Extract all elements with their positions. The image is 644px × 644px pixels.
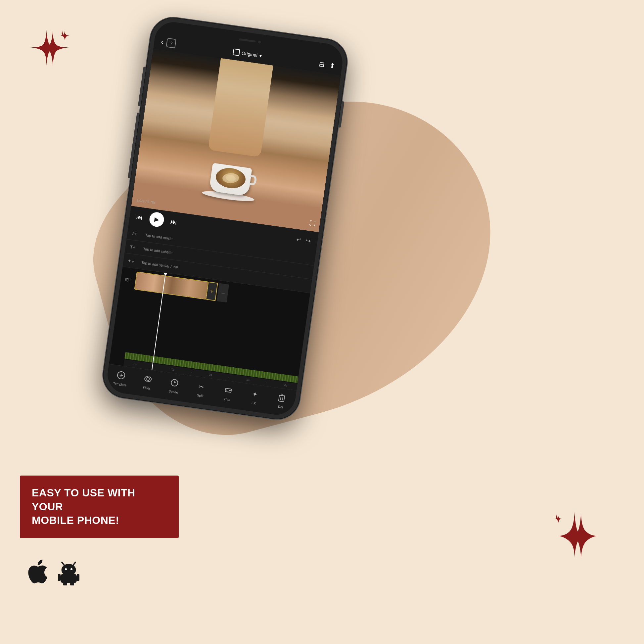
back-button[interactable]: ‹ — [161, 37, 164, 46]
ruler-3s: 3s — [246, 378, 250, 382]
toolbar-trim[interactable]: Trim — [213, 383, 242, 403]
trim-icon — [221, 384, 235, 397]
svg-line-6 — [229, 391, 231, 391]
delete-icon — [275, 391, 289, 405]
ruler-tick1: · — [153, 365, 155, 368]
sticker-track-icon: ✦+ — [123, 257, 138, 264]
help-button[interactable]: ? — [166, 38, 177, 48]
template-icon — [115, 369, 128, 382]
sparkle-bottom-right-icon — [548, 508, 601, 561]
platform-icons — [26, 560, 79, 588]
skip-back-button[interactable]: ⏮ — [136, 213, 144, 221]
ruler-tick3: · — [229, 376, 230, 379]
android-icon — [58, 561, 79, 587]
ruler-1s: 1s — [171, 368, 175, 371]
help-icon: ? — [169, 40, 173, 46]
apple-icon — [26, 560, 48, 588]
toolbar-delete[interactable]: Del — [267, 390, 296, 411]
sparkle-top-left-icon — [26, 26, 73, 73]
video-preview: ⛶ 1.01s / 5.78s — [131, 49, 341, 232]
export-icon[interactable]: ⬆ — [329, 62, 336, 70]
add-clip-button[interactable]: + — [206, 282, 218, 301]
coffee-scene — [131, 49, 341, 232]
toolbar-template[interactable]: Template — [106, 367, 135, 388]
svg-line-14 — [73, 562, 75, 566]
template-label: Template — [113, 382, 127, 387]
svg-rect-21 — [70, 582, 74, 585]
svg-rect-20 — [63, 582, 67, 585]
top-bar-left: ‹ ? — [161, 37, 177, 48]
toolbar-filter[interactable]: Filter — [133, 371, 162, 392]
music-track-icon: ♪+ — [127, 230, 142, 237]
toolbar-speed[interactable]: Speed — [160, 375, 189, 395]
subtitle-track-icon: T+ — [125, 244, 140, 251]
svg-line-13 — [62, 562, 65, 566]
trim-label: Trim — [223, 397, 230, 402]
ruler-tick4: · — [266, 381, 267, 384]
speed-icon — [168, 376, 181, 390]
split-label: Split — [197, 393, 204, 398]
skip-forward-button[interactable]: ⏭ — [170, 218, 178, 226]
ruler-4s: 4s — [284, 384, 288, 387]
svg-rect-17 — [61, 574, 77, 583]
aspect-ratio-label: Original — [241, 50, 258, 58]
banner-line2: MOBILE PHONE! — [32, 514, 167, 528]
svg-line-5 — [225, 390, 227, 390]
aspect-ratio-icon — [233, 49, 240, 56]
aspect-ratio-selector[interactable]: Original ▾ — [233, 49, 262, 59]
svg-point-16 — [70, 568, 72, 570]
top-bar-right: ⊟ ⬆ — [318, 60, 336, 70]
undo-redo-controls: ↩ ↪ — [296, 236, 311, 245]
promotional-banner: EASY TO USE WITH YOUR MOBILE PHONE! — [20, 476, 179, 538]
banner-line1: EASY TO USE WITH YOUR — [32, 486, 167, 514]
svg-line-11 — [282, 397, 283, 400]
undo-button[interactable]: ↩ — [296, 236, 302, 244]
svg-rect-7 — [279, 395, 285, 402]
add-clip-icon: ⊞+ — [121, 276, 136, 283]
ruler-tick2: · — [191, 370, 192, 374]
clip-options: — — [217, 283, 229, 302]
fx-icon: ✦ — [248, 387, 262, 401]
svg-line-8 — [279, 395, 285, 396]
front-camera — [258, 41, 261, 44]
speed-label: Speed — [168, 389, 178, 394]
speaker-grille — [239, 38, 255, 43]
fullscreen-button[interactable]: ⛶ — [309, 220, 316, 228]
svg-rect-19 — [77, 574, 79, 581]
editor-tracks: ♪+ Tap to add music T+ Tap to add subtit… — [105, 226, 316, 417]
toolbar-split[interactable]: ✂ Split — [187, 379, 216, 399]
redo-button[interactable]: ↪ — [305, 237, 311, 245]
dropdown-arrow-icon: ▾ — [259, 53, 262, 59]
svg-line-10 — [280, 397, 281, 400]
svg-line-9 — [281, 394, 283, 394]
svg-point-15 — [65, 568, 67, 570]
svg-rect-18 — [58, 574, 61, 581]
ruler-0s: 0s — [133, 362, 137, 366]
delete-label: Del — [278, 405, 283, 409]
filter-label: Filter — [143, 386, 151, 391]
save-icon[interactable]: ⊟ — [318, 60, 325, 69]
play-controls: ⏮ ▶ ⏭ — [135, 209, 178, 230]
filter-icon — [141, 372, 155, 386]
toolbar-fx[interactable]: ✦ FX — [240, 386, 269, 407]
banner-text: EASY TO USE WITH YOUR MOBILE PHONE! — [32, 486, 167, 528]
fx-label: FX — [252, 401, 256, 405]
ruler-2s: 2s — [208, 373, 212, 377]
svg-point-3 — [171, 379, 178, 387]
play-button[interactable]: ▶ — [149, 211, 165, 228]
split-icon: ✂ — [195, 380, 208, 393]
